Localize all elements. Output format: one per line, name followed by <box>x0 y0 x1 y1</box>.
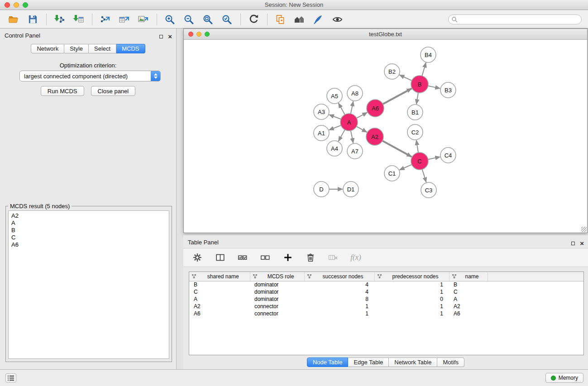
copy-document-icon[interactable] <box>273 13 287 26</box>
node-C2[interactable]: C2 <box>407 124 423 140</box>
edge-C-C1[interactable] <box>399 165 411 170</box>
table-cell[interactable]: B <box>449 281 488 288</box>
resize-handle-icon[interactable] <box>581 227 587 232</box>
mcds-result-item[interactable]: A6 <box>10 241 167 248</box>
table-row[interactable]: A6connector11A6 <box>189 310 583 317</box>
minimize-window-icon[interactable] <box>14 2 19 8</box>
tab-style[interactable]: Style <box>64 44 89 53</box>
edge-B-B2[interactable] <box>399 75 411 81</box>
mcds-result-item[interactable]: B <box>10 227 167 234</box>
save-session-icon[interactable] <box>25 13 40 26</box>
table-cell[interactable]: 8 <box>304 295 374 303</box>
close-panel-button[interactable]: Close panel <box>91 86 136 96</box>
mcds-result-item[interactable]: A <box>10 219 167 227</box>
home-icon[interactable] <box>292 13 306 26</box>
node-A8[interactable]: A8 <box>347 86 363 101</box>
node-C1[interactable]: C1 <box>384 166 400 181</box>
column-settings-icon[interactable] <box>214 252 226 263</box>
node-A[interactable]: A <box>340 114 358 131</box>
zoom-fit-icon[interactable] <box>201 13 215 26</box>
zoom-selected-icon[interactable] <box>220 13 234 26</box>
zoom-window-icon[interactable] <box>23 2 28 8</box>
table-cell[interactable]: A <box>189 295 250 303</box>
network-zoom-icon[interactable] <box>205 32 210 37</box>
search-input[interactable] <box>448 14 582 24</box>
clear-table-icon[interactable] <box>327 252 339 263</box>
mcds-result-list[interactable]: A2ABCA6 <box>8 210 169 359</box>
eye-icon[interactable] <box>330 13 344 26</box>
edge-A2-C[interactable] <box>382 141 412 157</box>
mcds-result-item[interactable]: C <box>10 234 167 241</box>
node-B3[interactable]: B3 <box>440 82 456 98</box>
network-graph[interactable]: AA1A2A3A4A5A6A7A8BB1B2B3B4CC1C2C3C4DD1 <box>184 40 587 233</box>
table-cell[interactable]: A <box>449 295 488 303</box>
node-B1[interactable]: B1 <box>407 105 423 120</box>
column-header-shared-name[interactable]: shared name <box>189 272 250 281</box>
table-cell[interactable]: dominator <box>250 295 304 303</box>
select-all-icon[interactable] <box>237 252 249 263</box>
node-A2[interactable]: A2 <box>366 128 383 145</box>
edge-A-A1[interactable] <box>329 125 341 130</box>
edge-B-B4[interactable] <box>422 62 426 76</box>
table-cell[interactable]: 4 <box>304 288 374 295</box>
table-cell[interactable]: 0 <box>374 295 449 303</box>
add-column-icon[interactable] <box>282 252 294 263</box>
table-cell[interactable]: dominator <box>250 281 304 288</box>
column-header-MCDS-role[interactable]: MCDS role <box>250 272 304 281</box>
run-mcds-button[interactable]: Run MCDS <box>41 86 84 96</box>
zoom-out-icon[interactable] <box>182 13 196 26</box>
edge-A-A6[interactable] <box>357 112 368 118</box>
import-table-file-icon[interactable] <box>71 13 86 26</box>
control-panel-float-icon[interactable] <box>159 32 163 40</box>
memory-button[interactable]: Memory <box>545 373 583 383</box>
node-D1[interactable]: D1 <box>343 181 359 197</box>
table-cell[interactable]: A2 <box>449 303 488 310</box>
open-session-icon[interactable] <box>6 13 21 26</box>
tab-network-table[interactable]: Network Table <box>389 357 437 367</box>
node-B2[interactable]: B2 <box>384 64 400 79</box>
style-brush-icon[interactable] <box>311 13 325 26</box>
edge-A-A7[interactable] <box>351 131 354 143</box>
table-cell[interactable]: 1 <box>304 303 374 310</box>
table-cell[interactable]: 1 <box>374 310 449 317</box>
tab-network[interactable]: Network <box>31 44 64 53</box>
close-window-icon[interactable] <box>5 2 10 8</box>
tab-edge-table[interactable]: Edge Table <box>348 357 389 367</box>
node-A6[interactable]: A6 <box>367 100 384 117</box>
panel-list-icon[interactable] <box>5 373 16 382</box>
export-image-icon[interactable] <box>136 13 150 26</box>
node-A5[interactable]: A5 <box>327 88 342 104</box>
tab-motifs[interactable]: Motifs <box>437 357 464 367</box>
control-panel-close-icon[interactable]: × <box>168 34 172 39</box>
edge-A-A8[interactable] <box>351 101 354 114</box>
edge-A-A2[interactable] <box>357 126 367 132</box>
table-cell[interactable]: 1 <box>374 281 449 288</box>
column-header-predecessor-nodes[interactable]: predecessor nodes <box>374 272 449 281</box>
node-B[interactable]: B <box>411 76 428 93</box>
network-window-titlebar[interactable]: testGlobe.txt <box>184 29 587 40</box>
export-network-icon[interactable] <box>98 13 112 26</box>
node-B4[interactable]: B4 <box>421 47 436 62</box>
node-A4[interactable]: A4 <box>327 141 342 156</box>
table-row[interactable]: Cdominator41C <box>189 288 583 295</box>
edge-A-A3[interactable] <box>329 114 341 119</box>
tab-node-table[interactable]: Node Table <box>307 357 349 367</box>
edge-A-A4[interactable] <box>339 130 345 142</box>
table-cell[interactable]: connector <box>250 310 304 317</box>
table-row[interactable]: A2connector11A2 <box>189 303 583 310</box>
table-cell[interactable]: 4 <box>304 281 374 288</box>
tab-mcds[interactable]: MCDS <box>116 44 145 53</box>
node-D[interactable]: D <box>314 181 329 197</box>
table-panel-float-icon[interactable] <box>571 239 575 247</box>
apply-layout-icon[interactable] <box>246 13 261 26</box>
tab-select[interactable]: Select <box>89 44 116 53</box>
column-header-name[interactable]: name <box>449 272 488 281</box>
table-panel-close-icon[interactable]: × <box>580 241 584 246</box>
table-cell[interactable]: C <box>189 288 250 295</box>
network-canvas[interactable]: AA1A2A3A4A5A6A7A8BB1B2B3B4CC1C2C3C4DD1 <box>184 40 587 233</box>
table-row[interactable]: Adominator80A <box>189 295 583 303</box>
table-cell[interactable]: C <box>449 288 488 295</box>
edge-C-C4[interactable] <box>428 157 440 160</box>
zoom-in-icon[interactable] <box>163 13 177 26</box>
table-cell[interactable]: A6 <box>189 310 250 317</box>
